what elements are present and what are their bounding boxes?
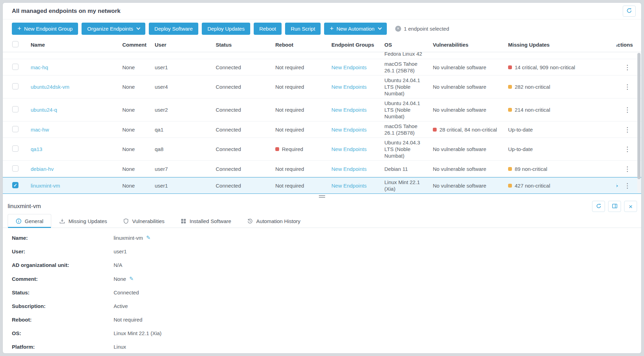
endpoint-group-link[interactable]: New Endpoints (331, 64, 367, 70)
run-script-label: Run Script (291, 26, 315, 32)
row-actions-menu-button[interactable]: ⋮ (622, 144, 633, 154)
column-header-reboot: Reboot (275, 42, 331, 48)
select-all-checkbox[interactable] (12, 41, 18, 47)
vulnerabilities-cell: No vulnerable software (433, 64, 508, 70)
deploy-updates-label: Deploy Updates (207, 26, 245, 32)
endpoint-report-icon[interactable] (616, 183, 619, 189)
user-cell: user7 (155, 166, 216, 172)
endpoint-group-link[interactable]: New Endpoints (331, 166, 367, 172)
comment-cell: None (122, 84, 155, 90)
tab-missing-updates[interactable]: Missing Updates (51, 214, 115, 228)
deploy-software-label: Deploy Software (154, 26, 193, 32)
row-actions-menu-button[interactable]: ⋮ (622, 63, 633, 72)
column-header-status: Status (216, 42, 275, 48)
tab-automation-history[interactable]: Automation History (239, 214, 308, 228)
endpoint-name-link[interactable]: qa13 (31, 146, 42, 152)
endpoint-name-link[interactable]: mac-hq (31, 64, 48, 70)
deploy-updates-button[interactable]: Deploy Updates (202, 23, 250, 35)
vertical-scrollbar[interactable] (637, 53, 641, 193)
clear-selection-icon[interactable]: × (395, 26, 401, 32)
row-checkbox[interactable] (12, 126, 18, 132)
table-row: ubuntu24dsk-vm None user4 Connected Not … (3, 76, 641, 98)
detail-field-row: Comment: None ✎ (12, 272, 641, 286)
panel-splitter[interactable] (3, 194, 641, 199)
user-cell: qa8 (155, 146, 216, 152)
row-checkbox[interactable] (12, 106, 18, 112)
os-cell-clipped: Fedora Linux 42 (384, 52, 433, 57)
expand-panel-icon (612, 203, 618, 210)
row-actions-menu-button[interactable]: ⋮ (622, 125, 633, 134)
details-refresh-button[interactable] (592, 201, 605, 212)
endpoint-group-link[interactable]: New Endpoints (331, 107, 367, 113)
endpoint-group-link[interactable]: New Endpoints (331, 127, 367, 133)
new-endpoint-group-button[interactable]: + New Endpoint Group (12, 23, 78, 35)
field-value: Active (114, 303, 128, 309)
tab-installed-software[interactable]: Installed Software (172, 214, 239, 228)
endpoint-name-link[interactable]: mac-hw (31, 127, 49, 133)
row-checkbox[interactable] (12, 145, 18, 152)
endpoint-name-link[interactable]: linuxmint-vm (31, 183, 60, 189)
app-window: All managed endpoints on my network + Ne… (3, 3, 641, 353)
deploy-software-button[interactable]: Deploy Software (149, 23, 198, 35)
details-fields: Name: linuxmint-vm ✎ User: user1 AD orga… (3, 228, 641, 353)
row-actions-menu-button[interactable]: ⋮ (622, 181, 633, 190)
tab-vulnerabilities[interactable]: Vulnerabilities (115, 214, 172, 228)
field-value: linuxmint-vm (114, 235, 143, 241)
updates-severity-dot (508, 85, 512, 89)
run-script-button[interactable]: Run Script (285, 23, 321, 35)
field-label: OS: (12, 330, 114, 336)
comment-cell: None (122, 146, 155, 152)
field-label: Platform: (12, 344, 114, 350)
edit-pencil-icon[interactable]: ✎ (129, 276, 134, 282)
row-actions-menu-button[interactable]: ⋮ (622, 164, 633, 174)
refresh-button[interactable] (623, 6, 636, 17)
os-cell: Ubuntu 24.04.1 LTS (Noble Numbat) (384, 77, 433, 97)
endpoint-group-link[interactable]: New Endpoints (331, 183, 367, 189)
detail-field-row: AD organizational unit: N/A (12, 258, 641, 272)
field-value: Linux Mint 22.1 (Xia) (114, 330, 162, 336)
page: { "colors": { "accent": "#2f9fd6", "link… (0, 0, 644, 356)
missing-updates-cell: 427 non-critical (508, 183, 616, 189)
column-header-os: OS (384, 41, 433, 48)
field-label: Comment: (12, 276, 114, 282)
scrollbar-thumb[interactable] (637, 53, 641, 179)
comment-cell: None (122, 183, 155, 189)
row-checkbox[interactable] (12, 64, 18, 70)
endpoint-name-link[interactable]: debian-hv (31, 166, 54, 172)
row-checkbox[interactable] (12, 182, 18, 188)
reboot-cell: Not required (275, 166, 331, 172)
endpoint-group-link[interactable]: New Endpoints (331, 84, 367, 90)
field-label: Name: (12, 235, 114, 241)
endpoint-group-link[interactable]: New Endpoints (331, 146, 367, 152)
endpoint-name-link[interactable]: ubuntu24dsk-vm (31, 84, 69, 90)
vulnerabilities-cell: No vulnerable software (433, 107, 508, 113)
column-header-name: Name (31, 42, 122, 48)
user-cell: user2 (155, 107, 216, 113)
tab-label: Automation History (256, 218, 300, 224)
tab-label: General (25, 218, 43, 224)
vulnerabilities-cell: 28 critical, 84 non-critical (433, 127, 508, 133)
table-row: qa13 None qa8 Connected Required New End… (3, 138, 641, 161)
edit-pencil-icon[interactable]: ✎ (146, 235, 151, 241)
endpoint-name-link[interactable]: ubuntu24-q (31, 107, 57, 113)
os-cell: Ubuntu 24.04.3 LTS (Noble Numbat) (384, 139, 433, 159)
new-automation-button[interactable]: + New Automation (324, 23, 386, 35)
details-title: linuxmint-vm (8, 203, 41, 210)
chevron-down-icon (136, 26, 140, 30)
field-value: Linux (114, 344, 126, 350)
row-checkbox[interactable] (12, 165, 18, 172)
details-close-button[interactable]: × (624, 201, 637, 212)
row-actions-menu-button[interactable]: ⋮ (622, 105, 633, 114)
organize-endpoints-button[interactable]: Organize Endpoints (82, 23, 145, 35)
row-actions-menu-button[interactable]: ⋮ (622, 82, 633, 92)
expand-panel-button[interactable] (608, 201, 621, 212)
details-tabs: General Missing Updates Vulnerabilities … (3, 214, 641, 228)
missing-updates-cell: 14 critical, 909 non-critical (508, 64, 616, 70)
table-header-row: Name Comment User Status Reboot Endpoint… (3, 38, 641, 52)
toolbar: + New Endpoint Group Organize Endpoints … (3, 19, 641, 38)
table-row: mac-hq None user1 Connected Not required… (3, 59, 641, 76)
tab-general[interactable]: General (8, 214, 51, 228)
reboot-cell: Not required (275, 84, 331, 90)
reboot-button[interactable]: Reboot (254, 23, 282, 35)
row-checkbox[interactable] (12, 83, 18, 89)
